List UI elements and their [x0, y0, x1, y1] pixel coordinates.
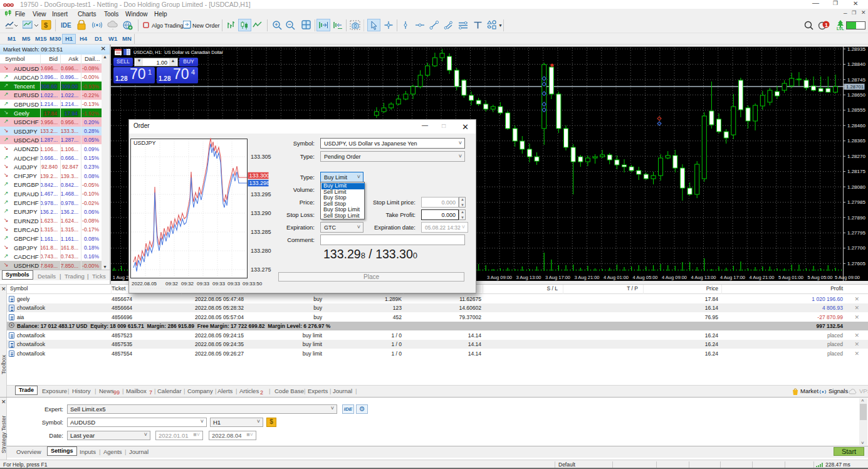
- svg-text:5 Aug 01:00: 5 Aug 01:00: [778, 275, 803, 280]
- svg-text:4 Aug 01:00: 4 Aug 01:00: [604, 275, 629, 280]
- svg-text:09:33: 09:33: [197, 281, 210, 287]
- svg-text:4 Aug 21:00: 4 Aug 21:00: [749, 275, 774, 280]
- svg-text:09:32: 09:32: [181, 281, 194, 287]
- svg-text:09:33: 09:33: [212, 281, 226, 287]
- svg-text:5 Aug 05:00: 5 Aug 05:00: [807, 275, 832, 280]
- svg-text:1.27605: 1.27605: [847, 261, 865, 266]
- svg-text:1.27795: 1.27795: [847, 230, 865, 236]
- svg-text:1.28840: 1.28840: [847, 61, 865, 67]
- svg-text:1 Aug 2: 1 Aug 2: [113, 275, 128, 280]
- svg-text:3 Aug 17:00: 3 Aug 17:00: [545, 275, 570, 280]
- svg-text:1.28745: 1.28745: [847, 77, 865, 83]
- svg-text:1.27985: 1.27985: [847, 199, 865, 205]
- svg-text:133.275: 133.275: [251, 266, 271, 273]
- svg-text:09:33:50: 09:33:50: [243, 281, 263, 287]
- svg-text:1.28080: 1.28080: [847, 184, 865, 190]
- svg-text:USDJPY: USDJPY: [133, 140, 156, 146]
- svg-text:1.28460: 1.28460: [847, 123, 865, 129]
- svg-text:1.28175: 1.28175: [847, 169, 865, 174]
- svg-text:LVL: LVL: [837, 26, 844, 31]
- svg-text:1.28650: 1.28650: [847, 92, 865, 98]
- svg-text:133.298: 133.298: [249, 180, 270, 186]
- svg-text:2022.08.05: 2022.08.05: [132, 281, 157, 287]
- svg-text:4 Aug 13:00: 4 Aug 13:00: [691, 275, 716, 280]
- svg-text:1.27890: 1.27890: [847, 215, 865, 221]
- svg-text:4 Aug 17:00: 4 Aug 17:00: [720, 275, 745, 280]
- svg-text:$: $: [44, 21, 48, 29]
- svg-text:3 Aug 21:00: 3 Aug 21:00: [574, 275, 599, 280]
- svg-text:1.27700: 1.27700: [847, 245, 865, 251]
- svg-text:133.280: 133.280: [251, 248, 271, 254]
- svg-text:4 Aug 05:00: 4 Aug 05:00: [632, 275, 657, 280]
- svg-text:1.28555: 1.28555: [847, 107, 865, 113]
- svg-text:3 Aug 09:00: 3 Aug 09:00: [487, 275, 512, 280]
- svg-text:09:33: 09:33: [227, 281, 241, 287]
- svg-text:1.28365: 1.28365: [847, 138, 865, 144]
- svg-text:1: 1: [825, 22, 828, 28]
- svg-text:09:32: 09:32: [165, 281, 179, 287]
- svg-text:3 Aug 13:00: 3 Aug 13:00: [516, 275, 541, 280]
- svg-text:1.28270: 1.28270: [847, 154, 865, 159]
- svg-text:1.28935: 1.28935: [847, 46, 865, 52]
- svg-text:1.28701: 1.28701: [846, 84, 864, 90]
- svg-text:4 Aug 09:00: 4 Aug 09:00: [662, 275, 687, 280]
- svg-text:5 Aug 09:00: 5 Aug 09:00: [835, 275, 860, 280]
